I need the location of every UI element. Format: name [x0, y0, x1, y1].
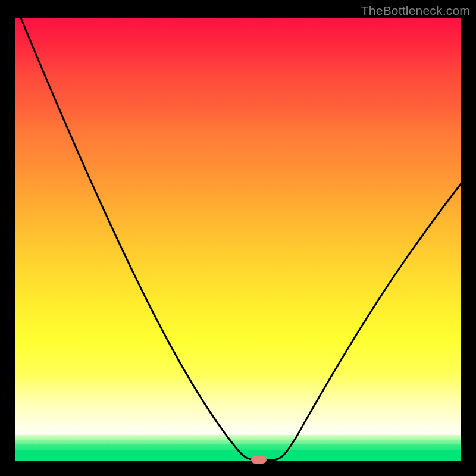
optimal-marker: [251, 456, 267, 464]
watermark-text: TheBottleneck.com: [361, 4, 470, 18]
curve-path: [19, 18, 461, 460]
plot-area: [15, 18, 461, 461]
bottleneck-curve: [15, 18, 461, 461]
chart-frame: TheBottleneck.com: [0, 0, 476, 476]
